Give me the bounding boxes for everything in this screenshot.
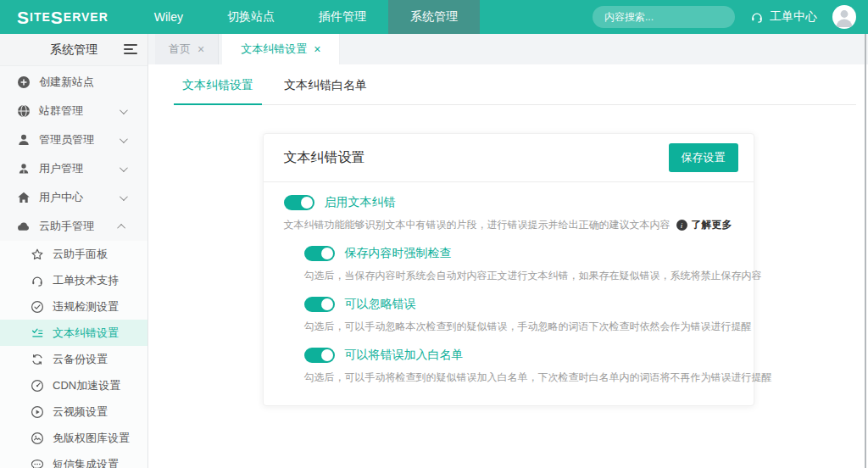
settings-card: 文本纠错设置 保存设置 启用文本纠错 文本纠错功能能够识别文本中有错误的片段，进… — [263, 133, 754, 406]
setting-description: 勾选后，可以手动将检查到的疑似错误加入白名单，下次检查时白名单内的词语将不再作为… — [304, 370, 738, 385]
nav-item-system[interactable]: 系统管理 — [388, 0, 480, 34]
sidebar-item-label: 创建新站点 — [39, 75, 94, 90]
chevron-down-icon — [120, 106, 128, 114]
save-settings-button[interactable]: 保存设置 — [669, 143, 738, 172]
tab-label: 文本纠错设置 — [241, 42, 307, 57]
sidebar-item-label: 用户管理 — [39, 161, 83, 176]
setting-label: 保存内容时强制检查 — [345, 246, 452, 261]
sidebar-title: 系统管理 — [50, 42, 97, 58]
sidebar-item-users[interactable]: 用户管理 — [0, 154, 147, 183]
toggle-add-whitelist[interactable] — [304, 348, 335, 363]
sidebar-item-cloud-panel[interactable]: 云助手面板 — [0, 241, 147, 267]
sidebar-item-text-correction[interactable]: 文本纠错设置 — [0, 320, 147, 346]
setting-description: 勾选后，可以手动忽略本次检查到的疑似错误，手动忽略的词语下次检查时依然会作为错误… — [304, 320, 738, 334]
sidebar-item-label: 云助手面板 — [53, 247, 108, 262]
setting-add-to-whitelist: 可以将错误加入白名单 勾选后，可以手动将检查到的疑似错误加入白名单，下次检查时白… — [304, 348, 738, 385]
toggle-knob — [321, 349, 333, 361]
content-search[interactable] — [593, 6, 735, 28]
workspace-tab-strip: 首页 × 文本纠错设置 × — [148, 34, 868, 64]
sidebar-item-sms[interactable]: 短信集成设置 — [0, 451, 147, 468]
sync-icon — [31, 353, 44, 366]
globe-icon — [17, 104, 31, 118]
sidebar-item-cloud-backup[interactable]: 云备份设置 — [0, 346, 147, 372]
chevron-down-icon — [120, 135, 128, 143]
close-icon[interactable]: × — [198, 42, 204, 56]
setting-label: 启用文本纠错 — [325, 195, 396, 210]
tab-label: 首页 — [169, 42, 191, 57]
sidebar-item-label: 管理员管理 — [39, 132, 94, 148]
logo-text: S — [17, 8, 30, 26]
setting-label: 可以忽略错误 — [345, 297, 416, 312]
avatar-person-icon — [832, 5, 856, 29]
sidebar-item-site-group[interactable]: 站群管理 — [0, 97, 147, 125]
sidebar-item-create-site[interactable]: 创建新站点 — [0, 68, 147, 97]
card-title: 文本纠错设置 — [284, 149, 365, 167]
sidebar-item-cloud-video[interactable]: 云视频设置 — [0, 398, 147, 425]
setting-label: 可以将错误加入白名单 — [345, 348, 464, 363]
toggle-force-check[interactable] — [304, 246, 335, 261]
sidebar: 系统管理 创建新站点 站群管理 管理员管理 用户管理 — [0, 34, 148, 468]
setting-description-text: 勾选后，可以手动将检查到的疑似错误加入白名单，下次检查时白名单内的词语将不再作为… — [304, 370, 772, 385]
nav-item-plugins[interactable]: 插件管理 — [297, 0, 388, 34]
card-header: 文本纠错设置 保存设置 — [264, 134, 754, 182]
page-scrollbar[interactable] — [865, 34, 866, 468]
learn-more-link[interactable]: 了解更多 — [692, 218, 732, 232]
top-navbar: SITESERVER Wiley 切换站点 插件管理 系统管理 工单中心 — [0, 0, 868, 34]
sidebar-item-label: 云备份设置 — [53, 352, 108, 367]
close-icon[interactable]: × — [314, 42, 320, 56]
star-icon — [31, 248, 44, 261]
content-tabs: 文本纠错设置 文本纠错白名单 — [174, 64, 856, 105]
setting-description-text: 勾选后，当保存内容时系统会自动对内容正文进行文本纠错，如果存在疑似错误，系统将禁… — [304, 269, 762, 283]
sidebar-item-label: 违规检测设置 — [53, 299, 119, 315]
sidebar-menu: 创建新站点 站群管理 管理员管理 用户管理 用户中心 — [0, 66, 147, 468]
cloud-icon — [17, 220, 31, 233]
sidebar-header: 系统管理 — [0, 34, 147, 66]
setting-ignore-errors: 可以忽略错误 勾选后，可以手动忽略本次检查到的疑似错误，手动忽略的词语下次检查时… — [304, 297, 738, 334]
sidebar-item-ticket-support[interactable]: 工单技术支持 — [0, 267, 147, 293]
workspace-tab-text-correction[interactable]: 文本纠错设置 × — [222, 34, 340, 64]
plus-circle-icon — [17, 75, 31, 89]
toggle-knob — [321, 248, 333, 259]
workspace-tab-home[interactable]: 首页 × — [155, 34, 219, 64]
sidebar-item-label: 云视频设置 — [53, 404, 108, 420]
sidebar-item-image-library[interactable]: 免版权图库设置 — [0, 425, 147, 451]
chat-icon — [31, 458, 44, 468]
sidebar-item-cdn[interactable]: CDN加速设置 — [0, 372, 147, 398]
sidebar-item-label: 云助手管理 — [39, 219, 94, 234]
nav-item-switch-site[interactable]: 切换站点 — [205, 0, 297, 34]
toggle-knob — [321, 298, 333, 310]
sidebar-collapse-icon[interactable] — [124, 44, 137, 57]
main-area: 首页 × 文本纠错设置 × 文本纠错设置 文本纠错白名单 文本纠错设置 保存设置 — [148, 34, 868, 468]
chevron-down-icon — [120, 192, 128, 201]
search-input[interactable] — [604, 11, 736, 23]
card-body: 启用文本纠错 文本纠错功能能够识别文本中有错误的片段，进行错误提示并给出正确的建… — [264, 182, 754, 405]
sidebar-item-admins[interactable]: 管理员管理 — [0, 125, 147, 154]
headset-icon — [750, 10, 764, 24]
info-icon[interactable]: i — [676, 220, 687, 231]
siteserver-logo[interactable]: SITESERVER — [0, 0, 132, 34]
setting-description-text: 勾选后，可以手动忽略本次检查到的疑似错误，手动忽略的词语下次检查时依然会作为错误… — [304, 320, 752, 334]
tab-correction-whitelist[interactable]: 文本纠错白名单 — [275, 78, 376, 104]
home-icon — [17, 191, 31, 204]
sidebar-item-label: CDN加速设置 — [53, 378, 120, 393]
toggle-ignore-errors[interactable] — [304, 297, 335, 312]
tab-correction-settings[interactable]: 文本纠错设置 — [174, 78, 262, 104]
sidebar-item-user-center[interactable]: 用户中心 — [0, 183, 147, 212]
sidebar-item-label: 用户中心 — [39, 190, 83, 205]
toggle-enable-correction[interactable] — [284, 195, 314, 210]
app-root: SITESERVER Wiley 切换站点 插件管理 系统管理 工单中心 系统管… — [0, 0, 868, 468]
setting-description: 文本纠错功能能够识别文本中有错误的片段，进行错误提示并给出正确的建议文本内容 i… — [284, 218, 738, 232]
chevron-down-icon — [120, 164, 128, 172]
sidebar-item-label: 站群管理 — [39, 103, 83, 119]
sidebar-item-violation-check[interactable]: 违规检测设置 — [0, 293, 147, 320]
ticket-center[interactable]: 工单中心 — [750, 9, 817, 25]
avatar[interactable] — [832, 5, 856, 29]
top-nav-items: Wiley 切换站点 插件管理 系统管理 — [132, 0, 480, 34]
sidebar-item-cloud-assistant[interactable]: 云助手管理 — [0, 212, 147, 241]
sidebar-item-label: 文本纠错设置 — [53, 326, 119, 341]
nav-item-wiley[interactable]: Wiley — [132, 0, 205, 34]
admin-icon — [17, 133, 31, 147]
image-icon — [31, 432, 44, 445]
toggle-knob — [301, 197, 313, 209]
sidebar-item-label: 短信集成设置 — [53, 457, 119, 468]
